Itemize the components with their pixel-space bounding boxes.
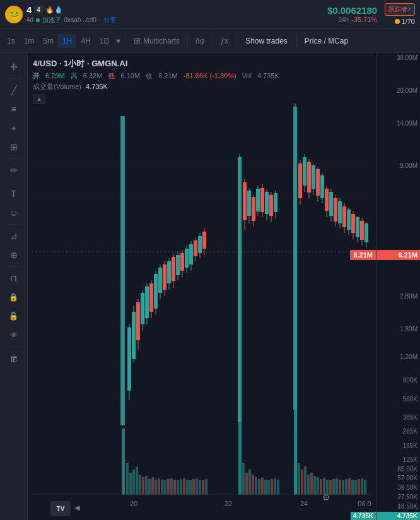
- emoji-tool[interactable]: ☺: [4, 204, 24, 222]
- svg-rect-154: [342, 206, 346, 227]
- multichart-button[interactable]: ⊞ Multicharts: [129, 33, 185, 48]
- svg-rect-104: [185, 249, 189, 268]
- svg-rect-18: [142, 477, 144, 495]
- green-dot: [36, 18, 40, 22]
- text-tool[interactable]: T: [4, 185, 24, 203]
- unlock-tool[interactable]: 🔓: [4, 307, 24, 325]
- svg-text:20: 20: [130, 500, 137, 507]
- ratio-value: 1/70: [402, 18, 415, 25]
- share-label[interactable]: 分享: [103, 16, 116, 25]
- svg-rect-59: [317, 477, 319, 495]
- svg-rect-118: [247, 191, 251, 216]
- tf-4h[interactable]: 4H: [76, 34, 95, 48]
- lock-tool[interactable]: 🔒: [4, 288, 24, 306]
- svg-rect-47: [264, 480, 267, 495]
- trend-line-tool[interactable]: ╱: [4, 81, 24, 99]
- svg-rect-134: [298, 163, 302, 198]
- pencil-tool[interactable]: ✏: [4, 162, 24, 179]
- svg-rect-76: [120, 116, 125, 425]
- svg-rect-140: [312, 165, 315, 189]
- svg-text:24: 24: [300, 500, 308, 507]
- svg-text:TV: TV: [57, 505, 65, 512]
- svg-rect-29: [177, 480, 179, 495]
- svg-rect-30: [180, 479, 182, 495]
- token-badge: 4: [34, 6, 43, 14]
- rank-badge[interactable]: 跟踪者>: [385, 3, 415, 16]
- svg-rect-48: [267, 480, 270, 495]
- price-mcap-button[interactable]: Price / MCap: [300, 34, 353, 48]
- svg-rect-45: [258, 479, 260, 495]
- svg-rect-144: [320, 175, 324, 198]
- eye-tool[interactable]: 👁: [4, 326, 24, 344]
- magnet-tool[interactable]: ⊓: [4, 269, 24, 287]
- svg-rect-13: [126, 463, 129, 495]
- svg-rect-146: [325, 189, 329, 211]
- svg-rect-17: [139, 475, 141, 495]
- svg-rect-84: [141, 293, 144, 324]
- settings-button[interactable]: ⚙: [322, 492, 330, 502]
- svg-rect-106: [189, 244, 193, 264]
- svg-rect-80: [132, 312, 136, 359]
- measure-tool[interactable]: ⊿: [4, 227, 24, 245]
- multichart-icon: ⊞: [134, 36, 141, 45]
- svg-rect-110: [198, 236, 202, 253]
- svg-rect-94: [163, 264, 166, 290]
- svg-rect-26: [167, 479, 170, 495]
- svg-rect-108: [194, 240, 197, 256]
- horizontal-line-tool[interactable]: ≡: [4, 100, 24, 118]
- fib-tool[interactable]: ⊞: [4, 138, 24, 156]
- price-tick-15: 57.00K: [397, 475, 417, 482]
- svg-rect-21: [151, 477, 154, 495]
- svg-rect-51: [277, 480, 279, 495]
- svg-rect-25: [164, 480, 166, 495]
- tf-1d[interactable]: 1D: [95, 34, 114, 48]
- svg-rect-148: [329, 192, 333, 216]
- svg-rect-42: [248, 470, 251, 495]
- show-trades-button[interactable]: Show trades: [239, 34, 294, 48]
- add-pool-label[interactable]: 加池子: [42, 16, 61, 25]
- fx-button[interactable]: ƒx: [215, 34, 233, 48]
- chart-container: ✛ ╱ ≡ ⌖ ⊞ ✏ T ☺ ⊿ ⊕ ⊓ 🔒 🔓 👁 🗑 4/USD · 1小…: [0, 53, 420, 520]
- crosshair-tool[interactable]: ✛: [4, 58, 24, 76]
- toolbar-sep-2: [187, 34, 188, 48]
- price-tick-5: 2.80M: [400, 292, 417, 299]
- svg-rect-14: [129, 473, 132, 495]
- svg-rect-54: [301, 470, 303, 495]
- tf-1s[interactable]: 1s: [3, 34, 20, 48]
- svg-rect-65: [335, 478, 338, 495]
- price-tick-18: 18.50K: [397, 502, 417, 509]
- price-tick-1: 20.00M: [397, 87, 417, 94]
- svg-rect-49: [271, 479, 273, 495]
- period: 24h: [338, 16, 349, 23]
- svg-rect-24: [161, 480, 163, 495]
- svg-rect-162: [360, 221, 364, 240]
- chart-main[interactable]: 4/USD · 1小时 · GMGN.AI 开 6.29M 高 6.32M 低 …: [28, 53, 376, 520]
- indicator-button[interactable]: δφ: [190, 34, 209, 48]
- price-tick-17: 27.50K: [397, 493, 417, 500]
- svg-rect-46: [261, 478, 264, 495]
- svg-rect-73: [361, 478, 363, 495]
- price-tick-10: 385K: [403, 414, 417, 421]
- shapes-tool[interactable]: ⌖: [4, 119, 24, 137]
- price-tick-13: 125K: [403, 456, 417, 463]
- toolbar-sep-5: [296, 34, 297, 48]
- ratio-badge: 1/70: [395, 18, 415, 25]
- tf-1m[interactable]: 1m: [20, 34, 39, 48]
- tf-1h[interactable]: 1H: [58, 34, 76, 48]
- svg-rect-122: [256, 189, 260, 211]
- svg-rect-138: [307, 162, 311, 192]
- svg-rect-56: [307, 475, 310, 495]
- zoom-tool[interactable]: ⊕: [4, 246, 24, 264]
- svg-rect-43: [252, 475, 254, 495]
- tf-5m[interactable]: 5m: [38, 34, 58, 48]
- svg-rect-35: [195, 478, 198, 495]
- price-tick-0: 30.00M: [397, 54, 417, 61]
- candle-chart-svg: 20 22 24 06:0 TV ◀: [28, 53, 376, 520]
- trash-tool[interactable]: 🗑: [4, 350, 24, 367]
- svg-rect-150: [334, 198, 337, 222]
- left-toolbar: ✛ ╱ ≡ ⌖ ⊞ ✏ T ☺ ⊿ ⊕ ⊓ 🔒 🔓 👁 🗑: [0, 53, 28, 520]
- svg-rect-19: [145, 476, 148, 495]
- price-tick-8: 800K: [403, 377, 417, 384]
- fire-icons: 🔥💧: [45, 6, 63, 14]
- tf-dropdown[interactable]: ▼: [114, 35, 123, 47]
